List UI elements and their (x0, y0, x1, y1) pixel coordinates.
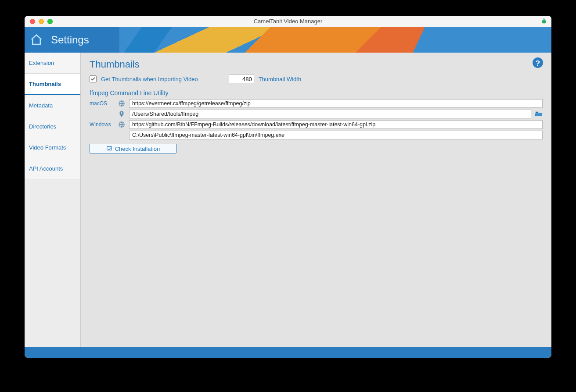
thumbnail-width-label: Thumbnail Width (259, 76, 302, 82)
macos-url-row: macOS (90, 99, 543, 108)
minimize-window-button[interactable] (39, 19, 44, 24)
sidebar-item-label: Extension (29, 60, 54, 66)
header-banner: Settings (25, 27, 551, 53)
home-icon[interactable] (30, 33, 43, 46)
sidebar-item-api-accounts[interactable]: API Accounts (25, 158, 80, 179)
window-title: CamelTanit Video Manager (25, 18, 551, 25)
check-installation-label: Check Installation (115, 146, 160, 152)
sidebar-item-video-formats[interactable]: Video Formats (25, 137, 80, 158)
sidebar-item-directories[interactable]: Directories (25, 116, 80, 137)
import-row: Get Thumbnails when Importing Video Thum… (90, 75, 543, 83)
app-window: CamelTanit Video Manager Settings Extens… (25, 16, 551, 358)
import-checkbox[interactable] (90, 75, 97, 82)
lock-icon (541, 18, 547, 25)
macos-url-input[interactable] (129, 99, 543, 108)
close-window-button[interactable] (30, 19, 35, 24)
help-icon[interactable]: ? (532, 57, 544, 70)
svg-text:?: ? (536, 59, 540, 68)
thumbnail-width-input[interactable] (229, 75, 254, 83)
settings-content: ? Thumbnails Get Thumbnails when Importi… (81, 53, 551, 347)
sidebar-item-label: API Accounts (29, 165, 63, 172)
windows-label: Windows (90, 121, 114, 128)
windows-url-input[interactable] (129, 120, 543, 129)
zoom-window-button[interactable] (47, 19, 53, 24)
folder-open-icon[interactable] (535, 110, 543, 118)
location-icon (118, 110, 126, 118)
sidebar-item-label: Video Formats (29, 144, 66, 151)
content-title: Thumbnails (90, 59, 543, 70)
window-controls (25, 19, 53, 24)
sidebar-item-metadata[interactable]: Metadata (25, 95, 80, 116)
titlebar: CamelTanit Video Manager (25, 16, 551, 27)
banner-decoration (25, 27, 551, 53)
import-checkbox-label: Get Thumbnails when Importing Video (101, 76, 198, 82)
sidebar-item-label: Thumbnails (29, 81, 61, 87)
windows-url-row: Windows (90, 120, 543, 129)
ffmpeg-section-title: ffmpeg Command Line Utility (90, 89, 543, 96)
macos-path-row (90, 110, 543, 118)
globe-icon (118, 100, 126, 107)
macos-label: macOS (90, 100, 114, 107)
sidebar-item-label: Directories (29, 123, 56, 130)
sidebar-item-thumbnails[interactable]: Thumbnails (25, 74, 80, 95)
footer-bar (25, 347, 551, 358)
sidebar-item-extension[interactable]: Extension (25, 53, 80, 74)
windows-path-input[interactable] (129, 131, 543, 139)
check-install-icon (106, 146, 112, 152)
page-title: Settings (51, 34, 89, 46)
check-installation-button[interactable]: Check Installation (90, 144, 176, 153)
sidebar-item-label: Metadata (29, 102, 53, 109)
macos-path-input[interactable] (129, 110, 531, 118)
settings-sidebar: Extension Thumbnails Metadata Directorie… (25, 53, 81, 347)
body: Extension Thumbnails Metadata Directorie… (25, 53, 551, 347)
globe-icon (118, 121, 126, 128)
windows-path-row (90, 131, 543, 139)
sidebar-filler (25, 179, 80, 347)
